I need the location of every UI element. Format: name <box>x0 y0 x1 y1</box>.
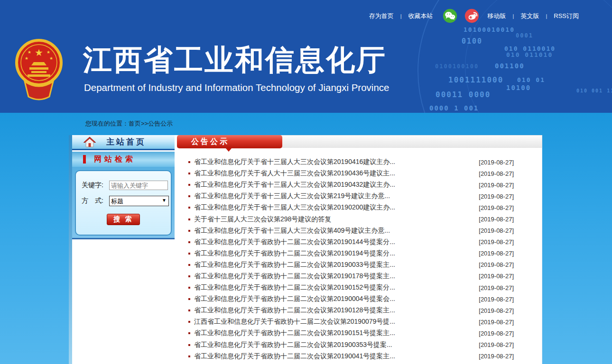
announcement-row: 省工业和信息化厅关于省十三届人大三次会议第20190200建议主办... [20… <box>188 202 542 213</box>
search-zone: 关键字: 方 式: 标题 ▼ 搜 索 <box>72 167 175 239</box>
announcement-date: [2019-08-27] <box>479 273 514 280</box>
announcement-date: [2019-08-27] <box>479 330 514 337</box>
search-section-title: 网站检索 <box>94 155 136 164</box>
announcement-date: [2019-08-27] <box>479 341 514 348</box>
bullet-icon <box>188 184 190 186</box>
set-homepage-link[interactable]: 存为首页 <box>369 12 394 20</box>
breadcrumb-prefix: 您现在的位置： <box>85 120 129 127</box>
bullet-icon <box>188 230 190 232</box>
bullet-icon <box>188 275 190 277</box>
binary-decoration: 0001 <box>516 32 533 39</box>
announcement-link[interactable]: 省工业和信息化厅关于省政协十二届二次会议第201900353号提案... <box>194 341 479 349</box>
announcement-row: 省工业和信息化厅关于省十三届人大三次会议第409号建议主办意... [2019-… <box>188 225 542 237</box>
section-header-bar: 公告公示 <box>177 135 542 148</box>
bullet-icon <box>188 321 190 323</box>
search-button[interactable]: 搜 索 <box>107 214 140 225</box>
announcement-row: 省工业和信息化厅关于省人大十三届三次会议第20190436号建议主... [20… <box>188 168 542 179</box>
announcement-row: 省工业和信息化厅关于省政协十二届二次会议第20190033号提案主... [20… <box>188 259 542 271</box>
binary-decoration: 00011 0000 <box>436 90 491 99</box>
announcement-date: [2019-08-27] <box>479 227 514 234</box>
bookmark-site-link[interactable]: 收藏本站 <box>408 12 433 20</box>
bullet-icon <box>188 173 190 174</box>
rss-link[interactable]: RSS订阅 <box>554 12 579 20</box>
bullet-icon <box>188 264 190 266</box>
announcement-date: [2019-08-27] <box>479 159 514 166</box>
announcement-date: [2019-08-27] <box>479 170 514 177</box>
tab-announcements: 公告公示 <box>177 135 282 148</box>
announcement-row: 省工业和信息化厅关于省政协十二届二次会议第20190194号提案分... [20… <box>188 248 542 259</box>
bullet-icon <box>188 332 190 334</box>
announcement-date: [2019-08-27] <box>479 216 514 223</box>
sidebar-search-section-header: 网站检索 <box>72 152 175 167</box>
site-header: 10100010010 0001 0100 010 0110010 010 01… <box>0 0 612 113</box>
wechat-icon[interactable] <box>443 9 457 23</box>
announcement-date: [2019-08-27] <box>479 353 514 360</box>
announcement-link[interactable]: 省工业和信息化厅关于省政协十二届二次会议第20190151号提案主... <box>194 329 479 337</box>
announcement-row: 省工业和信息化厅关于省政协十二届二次会议第20190152号提案分... [20… <box>188 282 542 293</box>
tab-pointer-icon <box>226 148 232 152</box>
binary-decoration: 001100 <box>495 62 525 70</box>
binary-decoration: 1001111000 <box>448 75 503 84</box>
breadcrumb-separator: >> <box>141 120 148 127</box>
announcement-link[interactable]: 省工业和信息化厅关于省政协十二届二次会议第20190004号提案会... <box>194 295 479 303</box>
announcement-link[interactable]: 江西省工业和信息化厅关于省政协十二届二次会议第20190079号提... <box>194 318 479 326</box>
nav-separator: | <box>546 13 547 19</box>
bullet-icon <box>188 195 190 197</box>
page-wrapper: 主站首页 网站检索 关键字: 方 式: 标题 <box>69 135 542 364</box>
announcement-date: [2019-08-27] <box>479 296 514 303</box>
binary-decoration: 0000 1 001 <box>429 104 479 112</box>
svg-text:★: ★ <box>46 50 50 55</box>
sidebar: 主站首页 网站检索 关键字: 方 式: 标题 <box>69 135 175 239</box>
announcement-link[interactable]: 省工业和信息化厅关于省政协十二届二次会议第20190194号提案分... <box>194 249 479 258</box>
announcement-link[interactable]: 省工业和信息化厅关于省政协十二届二次会议第20190033号提案主... <box>194 261 479 269</box>
binary-decoration: 010 011010 <box>506 51 553 58</box>
breadcrumb-home-link[interactable]: 首页 <box>129 120 141 127</box>
top-nav: 存为首页 | 收藏本站 <box>369 9 579 23</box>
weibo-icon[interactable] <box>464 9 479 23</box>
svg-text:★: ★ <box>49 56 53 61</box>
announcement-link[interactable]: 省工业和信息化厅关于省十三届人大三次会议第20190432建议主办... <box>194 181 479 189</box>
announcement-date: [2019-08-27] <box>479 261 514 268</box>
red-bar-icon <box>83 155 86 164</box>
announcement-row: 省工业和信息化厅关于省政协十二届二次会议第20190144号提案分... [20… <box>188 237 542 248</box>
announcement-date: [2019-08-27] <box>479 193 514 200</box>
announcement-link[interactable]: 关于省十三届人大三次会议第298号建议的答复 <box>194 215 479 224</box>
announcement-date: [2019-08-27] <box>479 284 514 291</box>
announcement-link[interactable]: 省工业和信息化厅关于省十三届人大三次会议第409号建议主办意... <box>194 227 479 235</box>
site-title: 江西省工业和信息化厅 <box>83 41 387 80</box>
sidebar-item-main-home[interactable]: 主站首页 <box>72 135 175 150</box>
announcement-link[interactable]: 省工业和信息化厅关于省政协十二届二次会议第20190041号提案主... <box>194 352 479 361</box>
bullet-icon <box>188 355 190 357</box>
bullet-icon <box>188 298 190 300</box>
announcement-row: 省工业和信息化厅关于省政协十二届二次会议第20190128号提案主... [20… <box>188 305 542 316</box>
bullet-icon <box>188 241 190 243</box>
english-version-link[interactable]: 英文版 <box>520 12 539 20</box>
breadcrumb: 您现在的位置：首页>>公告公示 <box>85 119 173 128</box>
keyword-input[interactable] <box>109 181 168 190</box>
announcement-date: [2019-08-27] <box>479 204 514 211</box>
home-icon <box>83 136 96 148</box>
nav-separator: | <box>400 13 402 19</box>
announcement-link[interactable]: 省工业和信息化厅关于省十三届人大三次会议第20190416建议主办... <box>194 158 479 166</box>
site-subtitle: Department of Industry and Information T… <box>84 82 389 93</box>
announcement-row: 省工业和信息化厅关于省十三届人大三次会议第20190416建议主办... [20… <box>188 156 542 168</box>
announcement-link[interactable]: 省工业和信息化厅关于省十三届人大三次会议第219号建议主办意... <box>194 192 479 200</box>
mode-label: 方 式: <box>82 197 109 205</box>
announcement-date: [2019-08-27] <box>479 307 514 314</box>
announcement-row: 省工业和信息化厅关于省政协十二届二次会议第20190004号提案会... [20… <box>188 293 542 305</box>
announcement-link[interactable]: 省工业和信息化厅关于省十三届人大三次会议第20190200建议主办... <box>194 203 479 212</box>
mobile-version-link[interactable]: 移动版 <box>488 12 506 20</box>
binary-decoration: 10100010010 <box>464 26 515 33</box>
breadcrumb-current: 公告公示 <box>148 120 173 127</box>
announcement-row: 省工业和信息化厅关于省政协十二届二次会议第20190151号提案主... [20… <box>188 328 542 339</box>
mode-select[interactable]: 标题 <box>109 196 169 206</box>
keyword-label: 关键字: <box>82 181 109 190</box>
announcement-link[interactable]: 省工业和信息化厅关于省人大十三届三次会议第20190436号建议主... <box>194 169 479 178</box>
announcement-link[interactable]: 省工业和信息化厅关于省政协十二届二次会议第20190144号提案分... <box>194 238 479 246</box>
announcement-link[interactable]: 省工业和信息化厅关于省政协十二届二次会议第20190178号提案主... <box>194 272 479 281</box>
main-panel: 公告公示 省工业和信息化厅关于省十三届人大三次会议第20190416建议主办..… <box>177 135 542 364</box>
announcement-row: 省工业和信息化厅关于省十三届人大三次会议第219号建议主办意... [2019-… <box>188 191 542 202</box>
binary-decoration: 010 001 11 <box>576 88 612 93</box>
announcement-link[interactable]: 省工业和信息化厅关于省政协十二届二次会议第20190152号提案分... <box>194 283 479 292</box>
announcement-link[interactable]: 省工业和信息化厅关于省政协十二届二次会议第20190128号提案主... <box>194 306 479 315</box>
